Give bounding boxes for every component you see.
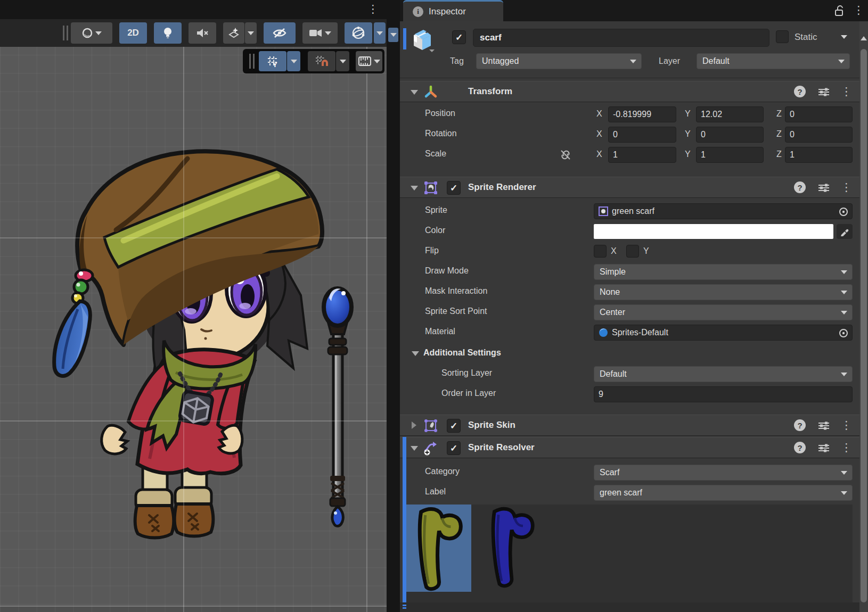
presets-icon[interactable] <box>818 421 830 431</box>
component-enabled-checkbox[interactable]: ✓ <box>447 181 461 195</box>
scene-visibility-button[interactable] <box>264 22 296 44</box>
rotation-y-field[interactable] <box>696 127 764 143</box>
sprite-resolver-header[interactable]: ✓ Sprite Resolver ? ⋮ <box>400 437 868 458</box>
sprite-renderer-icon <box>423 180 438 195</box>
static-checkbox[interactable] <box>776 30 789 43</box>
chevron-down-icon <box>291 60 297 63</box>
label-dropdown[interactable]: green scarf <box>594 485 853 501</box>
component-menu-kebab-icon[interactable]: ⋮ <box>841 86 852 97</box>
grid-axis-dropdown[interactable] <box>287 51 300 71</box>
position-z-field[interactable] <box>785 106 853 122</box>
gizmos-dropdown-overflow[interactable] <box>388 28 398 42</box>
scale-z-field[interactable] <box>785 147 853 163</box>
position-x-field[interactable] <box>608 106 676 122</box>
draw-mode-button[interactable] <box>71 22 112 44</box>
foldout-collapsed-icon[interactable] <box>412 421 416 429</box>
staff-sprite <box>324 288 351 526</box>
unity-editor-window: ⋮ 2D <box>0 0 868 612</box>
toolbar-drag-handle[interactable] <box>63 26 68 40</box>
tab-inspector[interactable]: i Inspector <box>403 0 503 21</box>
gameobject-cube-icon[interactable] <box>410 27 435 53</box>
foldout-icon[interactable] <box>412 351 419 356</box>
additional-settings-row[interactable]: Additional Settings <box>400 344 868 364</box>
inspector-scrollbar[interactable] <box>859 21 868 612</box>
scene-canvas[interactable]: ⋮ 2D <box>0 0 387 612</box>
sprite-renderer-header[interactable]: ✓ Sprite Renderer ? ⋮ <box>400 177 868 198</box>
presets-icon[interactable] <box>818 87 830 97</box>
snap-increment-button[interactable] <box>356 51 382 71</box>
gizmos-dropdown[interactable] <box>374 22 386 44</box>
eyedropper-button[interactable] <box>837 224 853 239</box>
draw-mode-dropdown[interactable]: Simple <box>594 264 853 280</box>
object-picker-icon[interactable] <box>838 206 849 217</box>
gizmo-sphere-icon <box>351 26 365 40</box>
lock-icon[interactable] <box>834 5 844 16</box>
scale-x-field[interactable] <box>608 147 676 163</box>
grid-snapping-button[interactable] <box>308 51 335 71</box>
rotation-z-field[interactable] <box>785 127 853 143</box>
axis-y-label: Y <box>685 150 691 159</box>
sprite-object-field[interactable]: green scarf <box>594 203 853 219</box>
draw-mode-row: Draw Mode Simple <box>400 262 868 282</box>
transform-icon <box>423 85 438 100</box>
constrain-proportions-icon[interactable] <box>560 149 571 161</box>
foldout-icon[interactable] <box>411 90 418 95</box>
sprite-skin-header[interactable]: ✓ Sprite Skin ? ⋮ <box>400 415 868 436</box>
component-enabled-checkbox[interactable]: ✓ <box>447 419 461 433</box>
inspector-menu-kebab-icon[interactable]: ⋮ <box>853 4 864 15</box>
transform-header[interactable]: Transform ? ⋮ <box>400 81 868 102</box>
grid-snapping-dropdown[interactable] <box>336 51 349 71</box>
scene-lighting-button[interactable] <box>154 22 182 44</box>
layer-label: Layer <box>659 56 680 66</box>
help-icon[interactable]: ? <box>794 442 806 453</box>
order-in-layer-field[interactable] <box>594 386 853 402</box>
gameobject-active-checkbox[interactable]: ✓ <box>452 30 466 44</box>
component-menu-kebab-icon[interactable]: ⋮ <box>841 419 852 431</box>
help-icon[interactable]: ? <box>794 86 806 97</box>
material-label: Material <box>425 327 455 336</box>
scroll-up-icon[interactable] <box>861 36 867 40</box>
material-object-field[interactable]: Sprites-Default <box>594 325 853 341</box>
layer-dropdown[interactable]: Default <box>697 53 850 69</box>
overlay-drag-handle[interactable] <box>249 54 255 69</box>
rotation-x-field[interactable] <box>608 127 676 143</box>
foldout-icon[interactable] <box>411 446 418 451</box>
static-dropdown-icon[interactable] <box>841 35 847 39</box>
tag-dropdown[interactable]: Untagged <box>476 53 642 69</box>
scene-camera-button[interactable] <box>302 22 338 44</box>
panel-divider[interactable] <box>387 0 400 612</box>
category-dropdown[interactable]: Scarf <box>594 465 853 481</box>
help-icon[interactable]: ? <box>794 181 806 193</box>
toggle-2d-button[interactable]: 2D <box>119 22 147 44</box>
component-enabled-checkbox[interactable]: ✓ <box>447 441 461 455</box>
scale-y-field[interactable] <box>696 147 764 163</box>
component-menu-kebab-icon[interactable]: ⋮ <box>841 442 852 453</box>
sorting-layer-dropdown[interactable]: Default <box>594 366 853 382</box>
color-swatch[interactable] <box>594 224 833 239</box>
sprite-sort-point-dropdown[interactable]: Center <box>594 304 853 320</box>
chevron-down-icon <box>325 31 331 35</box>
scene-audio-button[interactable] <box>189 22 216 44</box>
scene-effects-dropdown[interactable] <box>245 22 257 44</box>
mask-interaction-dropdown[interactable]: None <box>594 284 853 300</box>
sprite-skin-title: Sprite Skin <box>468 420 515 431</box>
thumbnail-green-scarf[interactable] <box>406 505 471 592</box>
axis-z-label: Z <box>776 150 782 159</box>
position-row: Position X Y Z <box>400 104 868 125</box>
object-picker-icon[interactable] <box>838 328 849 338</box>
foldout-icon[interactable] <box>411 186 418 191</box>
gizmos-button[interactable] <box>345 22 372 44</box>
flip-y-checkbox[interactable] <box>626 245 639 258</box>
presets-icon[interactable] <box>818 443 830 453</box>
scene-menu-kebab-icon[interactable]: ⋮ <box>367 3 379 14</box>
component-menu-kebab-icon[interactable]: ⋮ <box>841 181 852 193</box>
help-icon[interactable]: ? <box>794 419 806 431</box>
thumbnail-blue-scarf[interactable] <box>480 505 542 592</box>
scrollbar-thumb[interactable] <box>861 49 867 602</box>
position-y-field[interactable] <box>696 106 764 122</box>
flip-x-checkbox[interactable] <box>594 245 607 258</box>
presets-icon[interactable] <box>818 183 830 193</box>
grid-axis-button[interactable]: Y <box>259 51 286 71</box>
gameobject-name-field[interactable] <box>473 29 769 47</box>
scene-effects-button[interactable] <box>223 22 244 44</box>
